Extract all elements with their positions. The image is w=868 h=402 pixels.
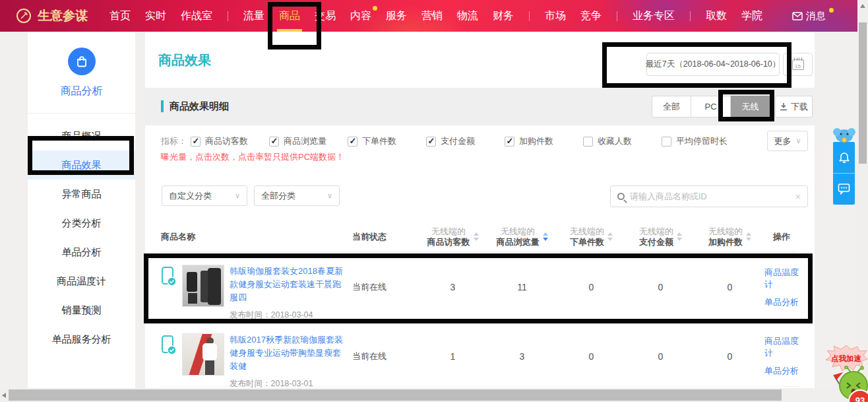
product-thumbnail[interactable] [182,265,224,307]
col-label: 加购件数 [708,237,743,248]
metric-checkbox-views[interactable]: 商品浏览量 [269,135,348,147]
nav-item-product[interactable]: 商品 [272,0,307,32]
download-button[interactable]: 下载 [775,96,813,117]
checkbox-unchecked-icon[interactable] [583,137,593,147]
custom-category-dropdown[interactable]: 自定义分类∨ [162,185,247,206]
product-thermometer-link[interactable]: 商品温度计 [764,267,799,290]
row-actions: 商品温度计 单品分析 [764,267,799,308]
checkbox-checked-icon[interactable] [269,137,279,147]
col-header-status: 当前状态 [352,231,418,243]
sidebar-item-category-analysis[interactable]: 分类分析 [28,209,135,238]
sidebar-item-single-product-service[interactable]: 单品服务分析 [28,325,135,354]
metric-label: 商品浏览量 [284,135,326,147]
clear-search-icon[interactable]: × [795,191,801,202]
date-range-selector[interactable]: 最近7天（2018-06-04~2018-06-10） [646,53,780,76]
metric-checkbox-visitors[interactable]: 商品访客数 [191,135,269,147]
nav-item-market[interactable]: 市场 [538,0,573,32]
sort-icons[interactable] [474,232,479,241]
device-tab-all[interactable]: 全部 [652,96,691,117]
nav-item-business-zone[interactable]: 业务专区 [625,0,682,32]
checkbox-checked-icon[interactable] [348,137,357,147]
nav-item-trade[interactable]: 交易 [307,0,343,32]
status-value: 当前在线 [352,281,418,293]
mobile-verified-icon [161,266,177,286]
device-tab-wireless[interactable]: 无线 [731,96,770,117]
product-thumbnail[interactable] [182,333,224,376]
nav-divider [690,11,691,21]
brand[interactable]: 生意参谋 [16,7,88,24]
notifications-button[interactable] [833,142,855,173]
nav-item-academy[interactable]: 学院 [734,0,770,32]
nav-item-data-fetch[interactable]: 取数 [698,0,734,32]
checkbox-checked-icon[interactable] [191,137,201,147]
vertical-scrollbar-thumb[interactable] [859,22,867,164]
single-product-analysis-link[interactable]: 单品分析 [764,365,799,377]
table-row: 韩版2017秋季新款瑜伽服套装健身服专业运动带胸垫显瘦套装健 发布时间：2018… [161,323,799,387]
metric-checkbox-avg-stay[interactable]: 平均停留时长 [662,135,754,147]
compass-logo-icon [16,8,32,24]
product-cell: 韩版2017秋季新款瑜伽服套装健身服专业运动带胸垫显瘦套装健 发布时间：2018… [161,323,352,389]
calendar-day: 15 [793,63,803,69]
device-tab-pc[interactable]: PC [691,96,731,117]
nav-item-content-label: 内容 [350,10,371,21]
nav-item-content[interactable]: 内容 [343,0,379,32]
visitors-value: 1 [418,351,487,362]
sort-icons[interactable] [607,232,613,241]
nav-item-competition[interactable]: 竞争 [573,0,609,32]
nav-divider [617,11,617,21]
checkbox-checked-icon[interactable] [426,137,436,147]
col-header-cart-adds[interactable]: 无线端的加购件数 [695,226,764,248]
metric-label: 支付金额 [441,135,475,147]
payment-value: 0 [626,351,695,362]
product-title-link[interactable]: 韩版瑜伽服套装女2018春夏新款健身服女运动套装速干晨跑服四 [230,265,347,304]
metric-checkbox-cart-adds[interactable]: 加购件数 [505,135,583,147]
col-label: 商品访客数 [427,237,470,248]
checkbox-checked-icon[interactable] [505,137,514,147]
nav-item-traffic[interactable]: 流量 [236,0,272,32]
sort-icons-active-desc[interactable] [543,232,548,241]
messages-label: 消息 [806,10,826,22]
nav-item-marketing[interactable]: 营销 [414,0,450,32]
more-button[interactable]: 更多∨ [767,131,808,151]
chat-button[interactable] [833,173,855,204]
checkbox-unchecked-icon[interactable] [662,137,671,147]
col-prefix: 无线端的 [570,226,604,237]
col-header-orders[interactable]: 无线端的下单件数 [557,226,626,248]
vertical-scrollbar[interactable] [857,0,868,402]
nav-item-service[interactable]: 服务 [379,0,414,32]
sidebar-item-product-effect[interactable]: 商品效果 [28,151,135,180]
horizontal-scrollbar[interactable] [0,388,857,402]
col-header-visitors[interactable]: 无线端的商品访客数 [418,226,487,248]
metric-checkbox-favorites[interactable]: 收藏人数 [583,135,662,147]
sidebar-item-sales-forecast[interactable]: 销量预测 [28,296,135,325]
col-header-views[interactable]: 无线端的商品浏览量 [487,226,557,248]
nav-item-home[interactable]: 首页 [102,0,138,32]
search-input[interactable] [630,191,790,201]
col-header-product-name: 商品名称 [161,231,352,243]
nav-item-warroom[interactable]: 作战室 [173,0,220,32]
col-header-payment[interactable]: 无线端的支付金额 [626,226,695,248]
sidebar-item-single-product-analysis[interactable]: 单品分析 [28,238,135,267]
nav-item-realtime[interactable]: 实时 [138,0,173,32]
sort-icons[interactable] [677,232,682,241]
scroll-left-arrow-icon[interactable] [2,393,6,398]
all-category-dropdown[interactable]: 全部分类∨ [254,185,340,206]
product-thermometer-link[interactable]: 商品温度计 [764,335,799,359]
sidebar-item-product-overview[interactable]: 商品概况 [28,121,135,151]
sidebar-item-abnormal-products[interactable]: 异常商品 [28,180,135,209]
sort-icons[interactable] [746,232,751,241]
nav-item-finance[interactable]: 财务 [485,0,521,32]
metric-checkbox-orders[interactable]: 下单件数 [348,135,426,147]
sidebar-item-product-thermometer[interactable]: 商品温度计 [28,267,135,296]
horizontal-scrollbar-thumb[interactable] [9,389,782,401]
page-title: 商品效果 [158,51,211,69]
product-title-link[interactable]: 韩版2017秋季新款瑜伽服套装健身服专业运动带胸垫显瘦套装健 [230,333,347,373]
nav-item-logistics[interactable]: 物流 [450,0,485,32]
scroll-up-arrow-icon[interactable] [860,4,865,8]
single-product-analysis-link[interactable]: 单品分析 [764,296,799,308]
calendar-button[interactable]: 15 [783,53,813,76]
nav-divider [529,11,530,21]
metric-checkbox-payment[interactable]: 支付金额 [426,135,505,147]
status-value: 当前在线 [352,351,418,362]
messages-button[interactable]: 消息 [792,10,832,22]
